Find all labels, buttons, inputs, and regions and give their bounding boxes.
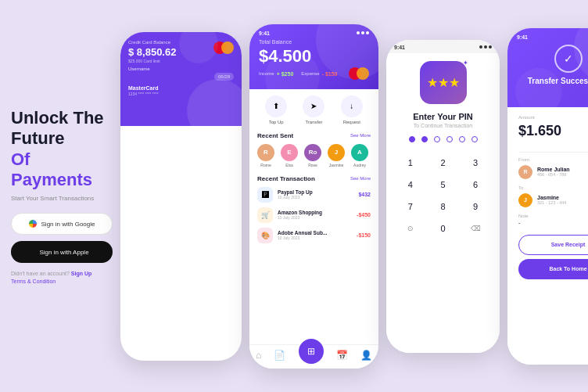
avatar-rose: Ro Rose	[304, 144, 321, 167]
key-9[interactable]: 9	[461, 197, 490, 216]
status-bar: 9:41	[259, 31, 369, 36]
key-scan[interactable]: ⊙	[396, 219, 425, 238]
success-body: Amount 30 July 2023 $1.650 From R Rome J…	[507, 107, 588, 365]
mastercard-logo	[213, 41, 234, 54]
qr-button[interactable]: ⊞	[299, 339, 324, 364]
tx-amazon-info: Amazon Shopping 10 July 2023	[278, 210, 352, 220]
from-id: 456 - 654 - 789	[537, 172, 570, 177]
doc-nav-icon[interactable]: 📄	[274, 350, 285, 364]
tx-adobe-info: Adobe Annual Sub... 10 July 2023	[278, 230, 352, 240]
apple-signin-button[interactable]: Sign in with Apple	[11, 241, 113, 263]
pin-status-bar: 9:41	[394, 45, 492, 50]
pin-header: 9:41	[386, 40, 500, 53]
balance-amount: $4.500	[259, 46, 369, 67]
avatar-audrey: A Audrey	[351, 144, 368, 167]
see-more-tx[interactable]: See More	[350, 176, 371, 181]
transfer-button[interactable]: ➤ Transfer	[303, 95, 324, 124]
wifi-icon	[361, 31, 364, 34]
home-nav-icon[interactable]: ⌂	[256, 350, 261, 364]
to-id: 321 - 123 - 444	[537, 200, 566, 205]
transaction-list: 🅿 Paypal Top Up 10 July 2023 $432 🛒 Amaz…	[257, 187, 371, 243]
avatar-rome: R Rome	[257, 144, 274, 167]
avatar-circle: A	[351, 144, 368, 161]
phone-pin: 9:41 ★★★ ✦ Enter Your PIN To Continue Tr…	[386, 40, 500, 353]
success-status-bar: 9:41	[517, 34, 588, 40]
signup-text: Didn't have an account? Sign Up	[11, 271, 91, 276]
tx-paypal-name: Paypal Top Up	[278, 189, 353, 195]
to-party: J Jasmine 321 - 123 - 444	[518, 193, 588, 207]
income-item: Income + $250	[259, 71, 293, 77]
recent-sent-header: Recent Sent See More	[257, 132, 371, 139]
signup-link[interactable]: Sign Up	[71, 271, 91, 276]
request-button[interactable]: ↓ Request	[341, 95, 363, 124]
pin-dot-4	[446, 136, 453, 142]
tx-paypal-info: Paypal Top Up 10 July 2023	[278, 189, 353, 200]
key-backspace[interactable]: ⌫	[461, 219, 490, 238]
key-2[interactable]: 2	[428, 153, 458, 172]
signal-icon	[357, 31, 360, 34]
success-checkmark: ✓	[554, 45, 583, 73]
key-7[interactable]: 7	[396, 197, 425, 216]
google-signin-button[interactable]: Sign in with Google	[11, 213, 113, 235]
divider-1	[518, 152, 588, 153]
apple-btn-label: Sign in with Apple	[39, 249, 88, 256]
expense-label: Expense	[301, 71, 319, 76]
balance-label: Total Balance	[259, 39, 369, 45]
tx-amazon-date: 10 July 2023	[278, 215, 352, 220]
to-avatar: J	[518, 193, 532, 207]
amazon-icon: 🛒	[257, 207, 273, 223]
save-receipt-button[interactable]: Save Receipt	[518, 235, 588, 255]
numpad: 1 2 3 4 5 6 7 8 9 ⊙ 0 ⌫	[396, 153, 490, 238]
battery-dot	[489, 45, 492, 49]
income-value: + $250	[277, 71, 294, 77]
to-info: Jasmine 321 - 123 - 444	[537, 195, 566, 205]
avatar-name: Jasmine	[329, 163, 344, 167]
pin-dot-3	[434, 136, 440, 142]
recent-tx-title: Recent Transaction	[257, 175, 315, 182]
request-label: Request	[343, 120, 360, 124]
key-8[interactable]: 8	[428, 197, 458, 216]
key-5[interactable]: 5	[428, 175, 458, 194]
action-row: ⬆ Top Up ➤ Transfer ↓ Request	[257, 95, 371, 124]
see-more-sent[interactable]: See More	[350, 133, 371, 138]
google-btn-label: Sign in with Google	[41, 221, 95, 228]
tx-amazon-amount: -$450	[357, 212, 371, 218]
battery-icon	[366, 31, 369, 34]
success-header: 9:41 ✓ Transfer Successfully	[507, 28, 588, 107]
qr-icon: ⊞	[307, 346, 315, 357]
avatar-name: Rome	[260, 163, 271, 167]
pin-status-icons	[479, 45, 492, 49]
to-label: To	[518, 185, 588, 190]
recent-sent-row: R Rome E Elsa Ro Rose J Jasmine A Audr	[257, 144, 371, 167]
key-6[interactable]: 6	[461, 175, 490, 194]
avatar-circle: R	[257, 144, 274, 161]
topup-button[interactable]: ⬆ Top Up	[265, 95, 287, 124]
profile-nav-icon[interactable]: 👤	[360, 350, 372, 364]
phone-dashboard: 9:41 Total Balance $4.500 Income + $250 …	[249, 24, 378, 369]
key-0[interactable]: 0	[428, 219, 458, 238]
left-section: Unlock The Future Of Payments Start Your…	[5, 108, 113, 285]
tx-adobe: 🎨 Adobe Annual Sub... 10 July 2023 -$150	[257, 228, 371, 243]
adobe-icon: 🎨	[257, 228, 273, 243]
note-label: Note	[518, 214, 588, 218]
to-name: Jasmine	[537, 195, 566, 200]
key-3[interactable]: 3	[461, 153, 490, 172]
note-value: -	[518, 220, 588, 225]
recent-tx-header: Recent Transaction See More	[257, 175, 371, 182]
pin-dots	[409, 136, 478, 142]
pin-body: ★★★ ✦ Enter Your PIN To Continue Transac…	[386, 53, 500, 353]
mc-chip	[349, 67, 369, 80]
expense-value: - $150	[322, 71, 338, 77]
from-info: Rome Julian 456 - 654 - 789	[537, 167, 570, 177]
key-1[interactable]: 1	[396, 153, 425, 172]
calendar-nav-icon[interactable]: 📅	[336, 350, 348, 364]
tx-amazon: 🛒 Amazon Shopping 10 July 2023 -$450	[257, 207, 371, 223]
key-4[interactable]: 4	[396, 175, 425, 194]
terms-link[interactable]: Terms & Condition	[11, 279, 56, 284]
back-home-button[interactable]: Back To Home	[518, 259, 588, 279]
pin-status-time: 9:41	[394, 45, 405, 50]
card-header: Credit Card Balance $ 8,850.62 $25.000 C…	[120, 32, 242, 126]
card-username: Username	[128, 67, 234, 71]
pin-stars-icon: ★★★	[427, 75, 460, 90]
card-label: Credit Card Balance	[128, 40, 234, 45]
